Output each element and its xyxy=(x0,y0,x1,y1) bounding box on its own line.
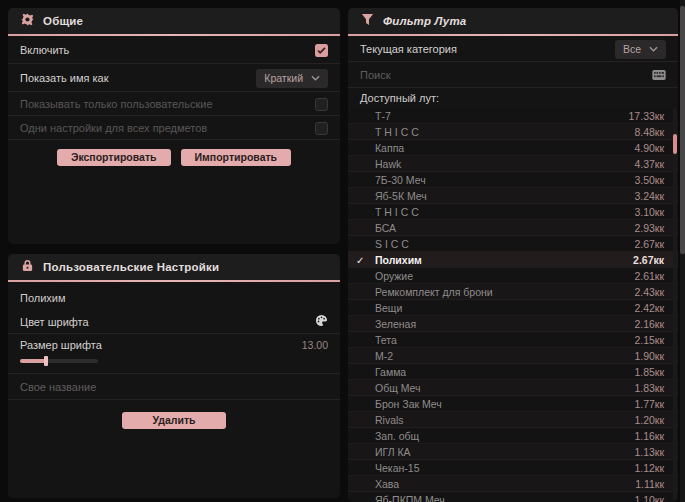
loot-row[interactable]: ✓Полихим2.67кк xyxy=(348,252,678,268)
loot-item-value: 4.37кк xyxy=(634,158,664,170)
loot-item-value: 2.42кк xyxy=(634,302,664,314)
export-button[interactable]: Экспортировать xyxy=(57,149,171,166)
loot-item-name: БСА xyxy=(371,222,634,234)
loot-item-value: 3.50кк xyxy=(634,174,664,186)
general-panel-title: Общие xyxy=(43,15,83,27)
category-dropdown[interactable]: Все xyxy=(615,40,666,59)
loot-row[interactable]: М-21.90кк xyxy=(348,348,678,364)
loot-row[interactable]: Тета2.15кк xyxy=(348,332,678,348)
category-value: Все xyxy=(623,43,641,55)
loot-filter-panel: Фильтр Лута Текущая категория Все Доступ… xyxy=(348,8,678,502)
funnel-icon xyxy=(361,12,374,30)
loot-item-name: Общ Меч xyxy=(371,382,634,394)
same-settings-checkbox[interactable] xyxy=(315,122,328,135)
loot-row[interactable]: БСА2.93кк xyxy=(348,220,678,236)
loot-row[interactable]: Общ Меч1.83кк xyxy=(348,380,678,396)
available-loot-row: Доступный лут: xyxy=(348,88,678,108)
font-size-slider-block xyxy=(8,359,340,374)
loot-item-value: 3.24кк xyxy=(634,190,664,202)
loot-list-scrollbar[interactable] xyxy=(673,108,677,500)
loot-item-value: 1.83кк xyxy=(634,382,664,394)
chevron-down-icon xyxy=(311,75,320,81)
loot-item-name: Rivals xyxy=(371,414,634,426)
general-panel-header: Общие xyxy=(8,8,340,34)
custom-name-input[interactable] xyxy=(20,381,328,393)
loot-item-name: 7Б-30 Меч xyxy=(371,174,634,186)
loot-item-name: Каппа xyxy=(371,142,634,154)
font-size-slider[interactable] xyxy=(20,359,98,363)
font-size-label: Размер шрифта xyxy=(20,339,102,351)
item-name-row: Полихим xyxy=(8,286,340,310)
enable-row: Включить xyxy=(8,36,340,64)
search-input[interactable] xyxy=(360,69,644,81)
enable-checkbox[interactable] xyxy=(315,44,328,57)
only-custom-label: Показывать только пользовательские xyxy=(20,98,213,110)
loot-row[interactable]: Hawk4.37кк xyxy=(348,156,678,172)
loot-row[interactable]: Брон Зак Меч1.77кк xyxy=(348,396,678,412)
loot-item-name: Зап. общ xyxy=(371,430,634,442)
loot-row[interactable]: Т-717.33кк xyxy=(348,108,678,124)
loot-row[interactable]: Каппа4.90кк xyxy=(348,140,678,156)
loot-row[interactable]: Гамма1.85кк xyxy=(348,364,678,380)
loot-item-name: М-2 xyxy=(371,350,634,362)
loot-item-value: 1.20кк xyxy=(634,414,664,426)
loot-row[interactable]: Яб-ПКПМ Меч1.10кк xyxy=(348,492,678,502)
loot-row[interactable]: S I С С2.67кк xyxy=(348,236,678,252)
custom-name-row xyxy=(8,374,340,400)
import-button[interactable]: Импортировать xyxy=(181,149,292,166)
show-name-dropdown[interactable]: Краткий xyxy=(256,69,328,88)
gear-icon xyxy=(21,12,34,30)
loot-row[interactable]: Зеленая2.16кк xyxy=(348,316,678,332)
only-custom-checkbox[interactable] xyxy=(315,98,328,111)
loot-filter-header: Фильтр Лута xyxy=(348,8,678,34)
custom-settings-header: Пользовательские Настройки xyxy=(8,254,340,280)
loot-item-value: 1.12кк xyxy=(634,462,664,474)
loot-row[interactable]: Оружие2.61кк xyxy=(348,268,678,284)
loot-row[interactable]: Ремкомплект для брони2.43кк xyxy=(348,284,678,300)
loot-row[interactable]: Хава1.11кк xyxy=(348,476,678,492)
font-size-row: Размер шрифта 13.00 xyxy=(8,334,340,356)
lock-icon xyxy=(21,258,34,276)
loot-item-value: 2.67кк xyxy=(633,254,664,266)
loot-row[interactable]: Т Н I С С8.48кк xyxy=(348,124,678,140)
palette-icon[interactable] xyxy=(315,313,328,331)
loot-item-name: Тета xyxy=(371,334,634,346)
loot-list: Т-717.33ккТ Н I С С8.48ккКаппа4.90ккHawk… xyxy=(348,108,678,502)
accent-bar xyxy=(8,280,340,282)
loot-item-name: S I С С xyxy=(371,238,634,250)
custom-settings-panel: Пользовательские Настройки Полихим Цвет … xyxy=(8,254,340,498)
delete-button[interactable]: Удалить xyxy=(122,412,225,429)
show-name-value: Краткий xyxy=(264,72,303,84)
window-scrollbar-thumb[interactable] xyxy=(680,6,685,254)
slider-thumb[interactable] xyxy=(44,356,48,366)
loot-item-value: 2.67кк xyxy=(634,238,664,250)
category-label: Текущая категория xyxy=(360,43,457,55)
loot-row[interactable]: ИГЛ КА1.13кк xyxy=(348,444,678,460)
loot-item-value: 1.13кк xyxy=(634,446,664,458)
loot-row[interactable]: Rivals1.20кк xyxy=(348,412,678,428)
loot-item-name: Т Н I С С xyxy=(371,206,634,218)
window-scrollbar[interactable] xyxy=(680,0,685,502)
slider-fill xyxy=(20,359,46,363)
loot-item-name: Вещи xyxy=(371,302,634,314)
loot-row[interactable]: Вещи2.42кк xyxy=(348,300,678,316)
loot-row[interactable]: Яб-5К Меч3.24кк xyxy=(348,188,678,204)
loot-row[interactable]: 7Б-30 Меч3.50кк xyxy=(348,172,678,188)
loot-item-name: Оружие xyxy=(371,270,634,282)
scrollbar-thumb[interactable] xyxy=(673,134,677,154)
loot-item-name: Гамма xyxy=(371,366,634,378)
loot-item-value: 1.85кк xyxy=(634,366,664,378)
loot-row[interactable]: Зап. общ1.16кк xyxy=(348,428,678,444)
loot-row[interactable]: Чекан-151.12кк xyxy=(348,460,678,476)
same-settings-label: Одни настройки для всех предметов xyxy=(20,122,207,134)
only-custom-row: Показывать только пользовательские xyxy=(8,92,340,116)
loot-item-name: Чекан-15 xyxy=(371,462,634,474)
loot-item-value: 1.90кк xyxy=(634,350,664,362)
loot-item-value: 1.11кк xyxy=(635,478,664,490)
keyboard-icon[interactable] xyxy=(652,66,666,84)
delete-row: Удалить xyxy=(8,400,340,440)
loot-item-value: 2.43кк xyxy=(634,286,664,298)
loot-row[interactable]: Т Н I С С3.10кк xyxy=(348,204,678,220)
font-color-label: Цвет шрифта xyxy=(20,316,89,328)
loot-item-value: 2.61кк xyxy=(634,270,664,282)
